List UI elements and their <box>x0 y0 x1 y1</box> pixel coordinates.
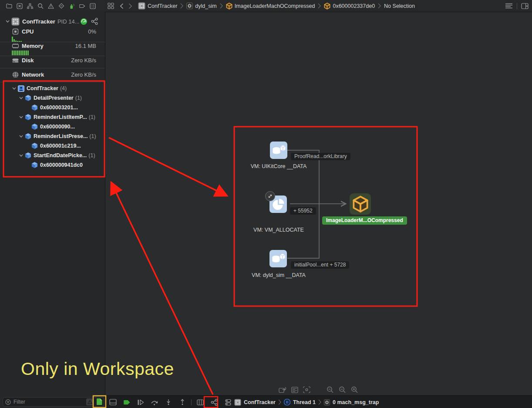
chevron-down-icon[interactable] <box>19 153 23 158</box>
step-into-icon[interactable] <box>164 398 173 407</box>
breadcrumb-imageloader[interactable]: ImageLoaderMachOCompressed <box>226 3 315 10</box>
tree-item-reminderlistprese[interactable]: ReminderListPrese... (1) <box>0 132 105 141</box>
breadcrumb-app-label: ConfTracker <box>148 3 177 9</box>
back-icon[interactable] <box>120 3 124 9</box>
app-icon <box>11 17 20 26</box>
process-name: ConfTracker <box>22 18 55 25</box>
zoom-actual-icon[interactable] <box>339 386 347 394</box>
gauge-network[interactable]: Network Zero KB/s <box>0 70 105 79</box>
debug-divider <box>191 399 192 405</box>
breadcrumb-app[interactable]: ConfTracker <box>138 2 177 10</box>
gauge-memory[interactable]: Memory 16.1 MB <box>0 41 105 51</box>
annotation-arrow-to-tree <box>111 183 213 395</box>
center-focus-icon[interactable] <box>303 386 311 394</box>
memory-detail-icon[interactable] <box>291 386 299 394</box>
memory-icon <box>12 42 19 50</box>
breadcrumb-separator-icon <box>378 3 381 9</box>
folder-icon[interactable] <box>6 2 12 10</box>
tree-item-address[interactable]: 0x60000090... <box>0 122 105 132</box>
tree-item-startenddatepicke[interactable]: StartEndDatePicke... (1) <box>0 151 105 160</box>
toolbar: ConfTracker dyld_sim ImageLoaderMachOCom… <box>0 0 532 12</box>
memory-history-bars <box>12 50 29 55</box>
report-list-icon[interactable] <box>90 2 96 10</box>
hierarchy-icon[interactable] <box>27 2 33 10</box>
chevron-down-icon[interactable] <box>19 115 23 119</box>
filter-field[interactable] <box>3 397 104 407</box>
related-items-icon[interactable] <box>108 3 114 9</box>
tree-item-detailpresenter[interactable]: DetailPresenter (1) <box>0 93 105 103</box>
breadcrumb-separator-icon <box>180 3 183 9</box>
navigator-tab-bar <box>6 0 96 12</box>
divider <box>0 68 105 68</box>
process-row[interactable]: ConfTracker PID 14... <box>0 17 105 26</box>
breadcrumb-no-selection: No Selection <box>384 3 415 9</box>
workspace-only-icon[interactable] <box>95 398 103 406</box>
tree-item-reminderlistitemp[interactable]: ReminderListItemP... (1) <box>0 112 105 122</box>
view-hierarchy-icon[interactable] <box>196 398 205 407</box>
cube-icon <box>324 3 330 10</box>
cube-icon <box>31 142 38 149</box>
breadcrumb-dyld-sim[interactable]: dyld_sim <box>186 3 216 9</box>
memory-graph-icon[interactable] <box>91 17 98 25</box>
debug-navigator: ConfTracker PID 14... CPU 0% Memory 16.1… <box>0 12 105 395</box>
breadcrumb-address-label: 0x600002337de0 <box>333 3 375 9</box>
node-imageloader[interactable] <box>350 193 371 215</box>
tree-item-address[interactable]: 0x600003201... <box>0 103 105 112</box>
gauge-value: Zero KB/s <box>71 71 96 78</box>
step-over-icon[interactable] <box>150 398 159 407</box>
chevron-down-icon[interactable] <box>12 86 16 91</box>
zoom-out-icon[interactable] <box>327 386 334 394</box>
tree-item-conftracker[interactable]: ConfTracker (4) <box>0 84 105 93</box>
debug-app-label[interactable]: ConfTracker <box>244 399 276 405</box>
debug-thread-label[interactable]: Thread 1 <box>293 399 316 405</box>
node-dyld-sim[interactable] <box>269 250 287 267</box>
breadcrumb-address[interactable]: 0x600002337de0 <box>324 3 375 10</box>
network-globe-icon <box>12 71 19 78</box>
breadcrumb-separator-icon <box>318 399 321 405</box>
gauge-cpu[interactable]: CPU 0% <box>0 27 105 36</box>
tag-icon[interactable] <box>79 2 85 10</box>
editor-lines-icon[interactable] <box>505 3 513 9</box>
tree-label: 0x60000090... <box>40 124 75 130</box>
chevron-down-icon[interactable] <box>5 19 10 24</box>
cube-icon <box>31 123 38 130</box>
node-uikitcore[interactable] <box>270 142 287 159</box>
jump-bar: ConfTracker dyld_sim ImageLoaderMachOCom… <box>108 0 415 12</box>
thermal-gauge-icon[interactable] <box>80 18 88 25</box>
test-diamond-icon[interactable] <box>58 2 64 10</box>
warning-icon[interactable] <box>48 2 54 10</box>
gauge-value: 0% <box>88 28 96 35</box>
chevron-down-icon[interactable] <box>19 134 23 138</box>
cube-icon <box>31 162 38 169</box>
breakpoints-flag-icon[interactable] <box>122 398 131 407</box>
x-square-icon[interactable] <box>17 2 23 10</box>
tree-label: ReminderListItemP... <box>34 114 87 120</box>
environment-overrides-icon[interactable] <box>224 398 232 407</box>
step-out-icon[interactable] <box>178 398 187 407</box>
expand-badge-icon[interactable] <box>265 191 275 201</box>
debug-spray-icon[interactable] <box>69 2 75 10</box>
tree-item-address[interactable]: 0x600001c219... <box>0 141 105 151</box>
pause-continue-icon[interactable] <box>136 398 145 407</box>
tree-count: (1) <box>75 95 82 101</box>
hide-debug-area-icon[interactable] <box>108 398 117 407</box>
flatten-nodes-icon[interactable] <box>279 386 286 394</box>
memory-graph-icon[interactable] <box>210 398 219 407</box>
tree-label: 0x600000941dc0 <box>40 162 83 168</box>
filter-input[interactable] <box>13 398 67 405</box>
forward-icon[interactable] <box>128 3 132 9</box>
debug-frame-label[interactable]: 0 mach_msg_trap <box>333 399 379 405</box>
tree-count: (1) <box>88 152 95 158</box>
tree-item-address[interactable]: 0x600000941dc0 <box>0 160 105 170</box>
gauge-label: Memory <box>22 43 44 49</box>
leaks-warning-icon[interactable] <box>86 398 93 405</box>
toolbar-divider <box>517 3 517 9</box>
zoom-in-icon[interactable] <box>351 386 359 394</box>
tree-count: (1) <box>89 133 96 139</box>
edge-label: initialPool...ent + 5728 <box>291 261 349 269</box>
edge-label: + 55952 <box>290 207 316 215</box>
chevron-down-icon[interactable] <box>19 96 23 100</box>
add-editor-panel-icon[interactable] <box>521 3 529 9</box>
search-icon[interactable] <box>37 2 44 10</box>
gauge-disk[interactable]: Disk Zero KB/s <box>0 55 105 65</box>
